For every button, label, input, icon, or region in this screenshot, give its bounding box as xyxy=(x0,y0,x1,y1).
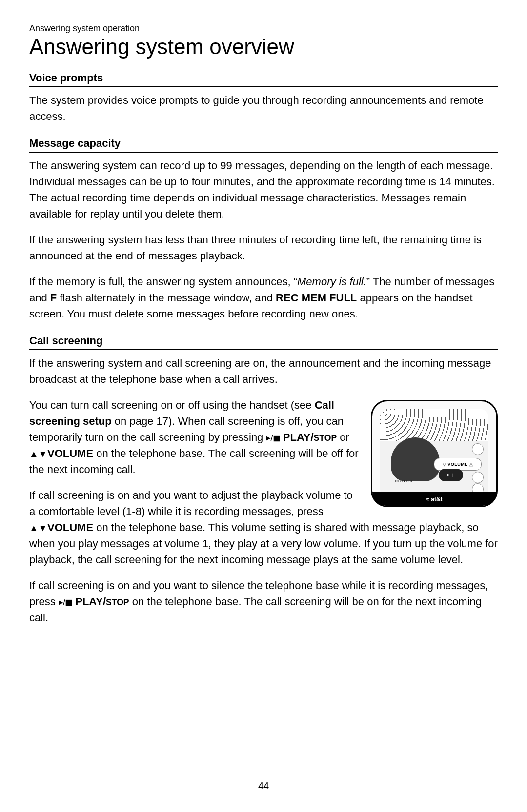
f-indicator: F xyxy=(50,292,57,304)
text: on the telephone base. This volume setti… xyxy=(29,521,498,566)
text: STOP xyxy=(106,597,129,607)
handset-cradle-icon xyxy=(391,437,440,481)
page-title: Answering system overview xyxy=(29,35,498,59)
indicator-icon: • + xyxy=(439,469,463,481)
speaker-grille-icon xyxy=(380,409,488,443)
text: STOP xyxy=(314,433,337,443)
brand-label: ≈ at&t xyxy=(372,496,496,503)
section-heading-capacity: Message capacity xyxy=(29,137,498,153)
volume-label: VOLUME xyxy=(47,521,93,534)
rec-mem-full-label: REC MEM FULL xyxy=(276,292,357,304)
manual-page: Answering system operation Answering sys… xyxy=(0,0,527,812)
dect-badge: DECT 6.0 xyxy=(395,479,412,483)
text: You can turn call screening on or off us… xyxy=(29,399,315,411)
section-heading-voice: Voice prompts xyxy=(29,72,498,87)
text: If the memory is full, the answering sys… xyxy=(29,276,297,288)
base-body: VOLUME DECT 6.0 • + xyxy=(380,441,488,498)
side-button-icon xyxy=(472,472,484,483)
capacity-p3: If the memory is full, the answering sys… xyxy=(29,274,498,322)
text: If call screening is on and you want to … xyxy=(29,489,353,517)
play-stop-icon xyxy=(266,431,280,443)
text: PLAY/ xyxy=(72,595,106,608)
memory-full-quote: Memory is full. xyxy=(297,276,366,288)
up-down-icon xyxy=(29,447,47,459)
chapter-label: Answering system operation xyxy=(29,23,498,34)
capacity-p1: The answering system can record up to 99… xyxy=(29,158,498,222)
text: flash alternately in the message window,… xyxy=(57,292,276,304)
voice-p1: The system provides voice prompts to gui… xyxy=(29,92,498,124)
section-heading-screening: Call screening xyxy=(29,335,498,350)
play-stop-label: PLAY/STOP xyxy=(72,595,129,608)
screening-p1: If the answering system and call screeni… xyxy=(29,355,498,387)
play-stop-label: PLAY/STOP xyxy=(280,431,337,443)
play-stop-icon xyxy=(59,595,72,608)
text: or xyxy=(337,431,349,443)
capacity-p2: If the answering system has less than th… xyxy=(29,232,498,264)
up-down-icon xyxy=(29,521,47,534)
side-button-icon xyxy=(472,443,484,455)
text: PLAY/ xyxy=(280,431,314,443)
screening-p4: If call screening is on and you want to … xyxy=(29,577,498,626)
page-number: 44 xyxy=(0,780,527,792)
telephone-base-illustration: VOLUME DECT 6.0 • + ≈ at&t xyxy=(371,400,498,507)
volume-label: VOLUME xyxy=(47,447,93,459)
